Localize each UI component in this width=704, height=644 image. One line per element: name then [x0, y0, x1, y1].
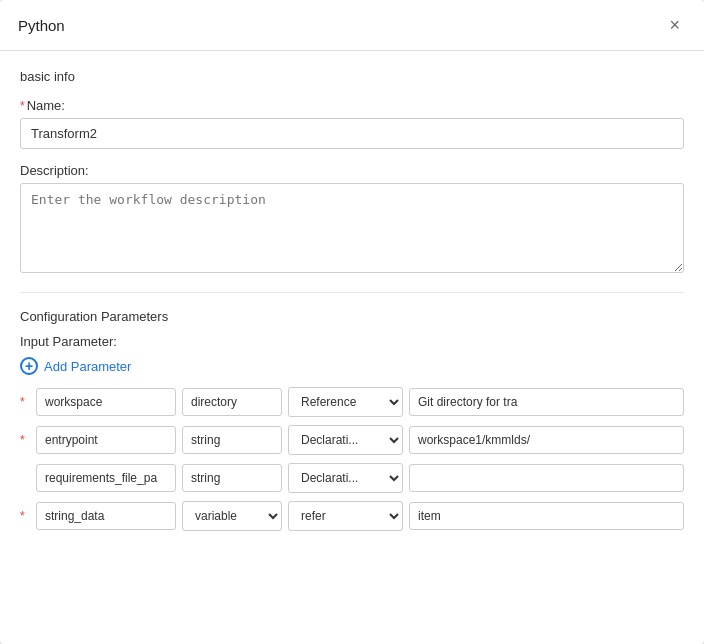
- param-value-input[interactable]: [409, 426, 684, 454]
- add-parameter-label: Add Parameter: [44, 359, 131, 374]
- param-type-input[interactable]: [182, 388, 282, 416]
- param-ref-select[interactable]: Declarati...: [288, 463, 403, 493]
- param-name-input[interactable]: [36, 388, 176, 416]
- param-name-input[interactable]: [36, 502, 176, 530]
- dialog-body: basic info * Name: Description: Configur…: [0, 51, 704, 644]
- param-ref-select[interactable]: Declarati...: [288, 425, 403, 455]
- description-label: Description:: [20, 163, 684, 178]
- description-textarea[interactable]: [20, 183, 684, 273]
- required-star: *: [20, 509, 30, 523]
- name-label-text: Name:: [27, 98, 65, 113]
- dialog-title: Python: [18, 17, 65, 34]
- param-value-input[interactable]: [409, 464, 684, 492]
- param-value-input[interactable]: [409, 502, 684, 530]
- config-section-title: Configuration Parameters: [20, 309, 684, 324]
- param-ref-select[interactable]: refer: [288, 501, 403, 531]
- param-name-input[interactable]: [36, 426, 176, 454]
- required-star: *: [20, 433, 30, 447]
- param-ref-select[interactable]: Reference: [288, 387, 403, 417]
- required-star: *: [20, 395, 30, 409]
- param-value-input[interactable]: [409, 388, 684, 416]
- param-type-input[interactable]: [182, 464, 282, 492]
- python-dialog: Python × basic info * Name: Description:…: [0, 0, 704, 644]
- param-name-input[interactable]: [36, 464, 176, 492]
- basic-info-section-title: basic info: [20, 69, 684, 84]
- name-required-star: *: [20, 99, 25, 113]
- parameter-rows: *Reference*Declarati...Declarati...*vari…: [20, 387, 684, 531]
- add-icon: +: [20, 357, 38, 375]
- description-field-group: Description:: [20, 163, 684, 276]
- table-row: Declarati...: [20, 463, 684, 493]
- table-row: *Declarati...: [20, 425, 684, 455]
- dialog-header: Python ×: [0, 0, 704, 51]
- close-button[interactable]: ×: [663, 14, 686, 36]
- param-type-input[interactable]: [182, 426, 282, 454]
- table-row: *Reference: [20, 387, 684, 417]
- name-field-group: * Name:: [20, 98, 684, 149]
- name-label: * Name:: [20, 98, 684, 113]
- input-param-label: Input Parameter:: [20, 334, 684, 349]
- add-parameter-button[interactable]: + Add Parameter: [20, 357, 131, 375]
- param-type-select[interactable]: variable: [182, 501, 282, 531]
- section-divider: [20, 292, 684, 293]
- table-row: *variablerefer: [20, 501, 684, 531]
- name-input[interactable]: [20, 118, 684, 149]
